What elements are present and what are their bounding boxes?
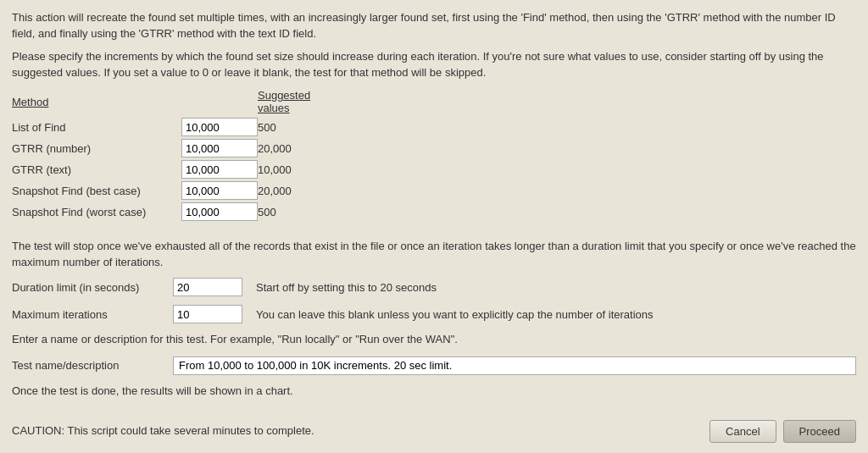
- method-input-0[interactable]: [181, 118, 258, 136]
- proceed-button[interactable]: Proceed: [783, 420, 856, 443]
- duration-limit-label: Duration limit (in seconds): [12, 281, 173, 294]
- method-name-2: GTRR (text): [12, 163, 181, 176]
- method-row-1: GTRR (number) 20,000: [12, 139, 856, 157]
- intro-line2: Please specify the increments by which t…: [12, 49, 856, 81]
- method-name-4: Snapshot Find (worst case): [12, 206, 181, 218]
- duration-limit-hint: Start off by setting this to 20 seconds: [256, 281, 437, 294]
- results-text: Once the test is done, the results will …: [12, 384, 856, 400]
- test-name-row: Test name/description: [12, 356, 856, 375]
- methods-table: Method Suggested values List of Find 500…: [12, 89, 856, 224]
- button-group: Cancel Proceed: [709, 420, 856, 443]
- max-iterations-hint: You can leave this blank unless you want…: [256, 308, 654, 321]
- max-iterations-input[interactable]: [173, 305, 242, 323]
- method-suggested-3: 20,000: [258, 185, 334, 197]
- method-row-0: List of Find 500: [12, 118, 856, 136]
- method-suggested-1: 20,000: [258, 142, 334, 155]
- cancel-button[interactable]: Cancel: [709, 420, 776, 443]
- method-input-3[interactable]: [181, 181, 258, 200]
- duration-limit-row: Duration limit (in seconds) Start off by…: [12, 278, 856, 296]
- method-input-2[interactable]: [181, 160, 258, 179]
- methods-header: Method Suggested values: [12, 89, 856, 114]
- col-method-header: Method: [12, 96, 181, 108]
- method-suggested-0: 500: [258, 121, 334, 134]
- caution-text: CAUTION: This script could take several …: [12, 423, 709, 439]
- main-container: This action will recreate the found set …: [0, 0, 868, 453]
- bottom-row: CAUTION: This script could take several …: [12, 415, 856, 443]
- intro-line1: This action will recreate the found set …: [12, 10, 856, 42]
- max-iterations-row: Maximum iterations You can leave this bl…: [12, 305, 856, 323]
- method-input-1[interactable]: [181, 139, 258, 157]
- max-iterations-label: Maximum iterations: [12, 308, 173, 321]
- stop-text: The test will stop once we've exhausted …: [12, 239, 856, 271]
- method-row-3: Snapshot Find (best case) 20,000: [12, 181, 856, 200]
- test-name-label: Test name/description: [12, 359, 173, 372]
- method-row-4: Snapshot Find (worst case) 500: [12, 202, 856, 221]
- enter-name-text: Enter a name or description for this tes…: [12, 332, 856, 348]
- col-suggested-header: Suggested values: [258, 89, 334, 114]
- method-suggested-2: 10,000: [258, 163, 334, 176]
- method-name-3: Snapshot Find (best case): [12, 185, 181, 197]
- method-name-0: List of Find: [12, 121, 181, 134]
- method-suggested-4: 500: [258, 206, 334, 218]
- method-input-4[interactable]: [181, 202, 258, 221]
- method-name-1: GTRR (number): [12, 142, 181, 155]
- duration-limit-input[interactable]: [173, 278, 242, 296]
- method-row-2: GTRR (text) 10,000: [12, 160, 856, 179]
- test-name-input[interactable]: [173, 356, 856, 375]
